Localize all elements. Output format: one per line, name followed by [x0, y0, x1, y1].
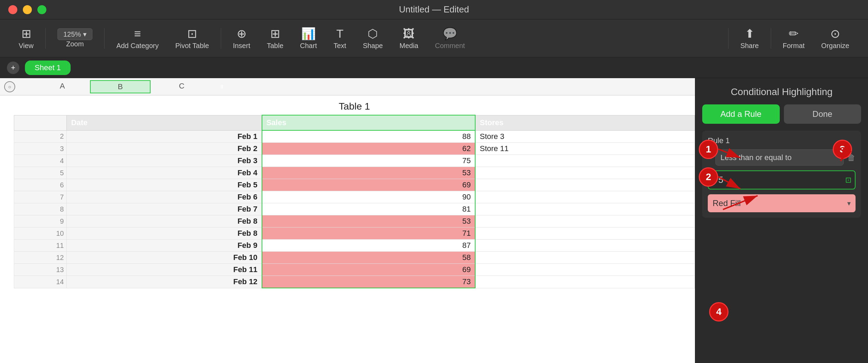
table-container: Table 1 Date Sales Stores 2Feb 188Store …	[0, 95, 695, 363]
sales-cell: 69	[262, 264, 476, 276]
toolbar-text[interactable]: T Text	[325, 19, 355, 57]
row-number: 4	[14, 155, 67, 167]
toolbar-insert[interactable]: ⊕ Insert	[225, 19, 259, 57]
panel-title: Conditional Highlighting	[702, 86, 861, 97]
annotation-circle-4: 4	[709, 302, 729, 322]
right-panel: Conditional Highlighting Add a Rule Done…	[695, 78, 868, 363]
toolbar-chart[interactable]: 📊 Chart	[292, 19, 325, 57]
chevron-down-icon: ▾	[847, 199, 851, 207]
annotation-1: 1	[699, 140, 718, 159]
toolbar-media[interactable]: 🖼 Media	[391, 19, 426, 57]
toolbar-view[interactable]: ⊞ View	[10, 19, 42, 57]
format-icon: ✏	[789, 27, 798, 40]
zoom-button[interactable]: 125% ▾	[57, 28, 92, 40]
table-row: 5Feb 453	[14, 167, 695, 179]
table-row: 6Feb 569	[14, 179, 695, 191]
toolbar-pivot-table[interactable]: ⊡ Pivot Table	[167, 19, 217, 57]
view-label: View	[19, 42, 34, 50]
stores-cell	[475, 167, 695, 179]
toolbar-shape[interactable]: ⬡ Shape	[354, 19, 391, 57]
toolbar-format[interactable]: ✏ Format	[775, 27, 813, 50]
row-number: 3	[14, 143, 67, 155]
sales-cell: 69	[262, 179, 476, 191]
date-cell: Feb 7	[67, 203, 262, 215]
stores-cell	[475, 240, 695, 252]
row-number: 14	[14, 276, 67, 288]
row-number: 7	[14, 191, 67, 203]
text-label: Text	[334, 42, 346, 50]
close-button[interactable]	[8, 5, 17, 14]
toolbar-organize[interactable]: ⊙ Organize	[813, 27, 858, 50]
sheet-bar: + Sheet 1	[0, 57, 868, 78]
media-icon: 🖼	[403, 27, 415, 40]
toolbar-sep-2	[104, 28, 105, 49]
date-cell: Feb 9	[67, 240, 262, 252]
sales-cell: 81	[262, 203, 476, 215]
done-button[interactable]: Done	[784, 104, 861, 124]
toolbar-table[interactable]: ⊞ Table	[259, 19, 292, 57]
annotation-4: 4	[709, 302, 729, 322]
col-b-header: B	[90, 80, 151, 93]
row-number: 8	[14, 203, 67, 215]
add-sheet-button[interactable]: +	[7, 62, 19, 74]
window-title: Untitled — Edited	[399, 4, 469, 15]
sales-cell: 71	[262, 227, 476, 240]
table-row: 2Feb 188Store 3	[14, 130, 695, 143]
format-label: Red Fill	[713, 198, 847, 208]
pivot-table-label: Pivot Table	[175, 42, 209, 50]
table-row: 9Feb 853	[14, 215, 695, 227]
view-icon: ⊞	[21, 27, 31, 40]
organize-label: Organize	[821, 42, 849, 50]
toolbar-sep-5	[771, 28, 771, 49]
spreadsheet[interactable]: ○ A B C ⏸ Table 1 Date Sales Stores	[0, 78, 695, 363]
date-cell: Feb 11	[67, 264, 262, 276]
stores-cell	[475, 227, 695, 240]
maximize-button[interactable]	[37, 5, 46, 14]
toolbar-share[interactable]: ⬆ Share	[732, 27, 767, 50]
stores-cell	[475, 155, 695, 167]
text-icon: T	[336, 27, 344, 40]
toolbar-zoom[interactable]: 125% ▾ Zoom	[49, 19, 101, 57]
stores-cell	[475, 191, 695, 203]
table-row: 13Feb 1169	[14, 264, 695, 276]
chart-label: Chart	[300, 42, 317, 50]
row-number: 13	[14, 264, 67, 276]
toolbar: ⊞ View 125% ▾ Zoom ≡ Add Category ⊡ Pivo…	[0, 19, 868, 57]
sheet-tab-1[interactable]: Sheet 1	[25, 60, 71, 75]
row-number: 10	[14, 227, 67, 240]
table-row: 8Feb 781	[14, 203, 695, 215]
toolbar-comment[interactable]: 💬 Comment	[427, 19, 473, 57]
row-number: 11	[14, 240, 67, 252]
freeze-icon[interactable]: ⏸	[219, 84, 225, 90]
add-category-icon: ≡	[134, 27, 141, 40]
toolbar-sep-4	[728, 28, 729, 49]
sales-cell: 87	[262, 240, 476, 252]
table-row: 4Feb 375	[14, 155, 695, 167]
format-dropdown-row[interactable]: Red Fill ▾	[708, 194, 856, 212]
add-rule-button[interactable]: Add a Rule	[702, 104, 780, 124]
toolbar-add-category[interactable]: ≡ Add Category	[108, 19, 167, 57]
comment-icon: 💬	[443, 27, 457, 40]
date-cell: Feb 10	[67, 252, 262, 264]
condition-dropdown[interactable]: Less than or equal to	[715, 149, 844, 166]
annotation-circle-1: 1	[699, 140, 718, 159]
col-c-header: C	[151, 80, 213, 93]
value-input-row: ⊡	[708, 170, 856, 189]
chart-icon: 📊	[301, 27, 316, 40]
media-label: Media	[399, 42, 418, 50]
row-num-header	[14, 115, 67, 130]
minimize-button[interactable]	[23, 5, 32, 14]
sales-cell: 58	[262, 252, 476, 264]
row-expand-btn[interactable]: ○	[4, 81, 15, 92]
zoom-value: 125%	[63, 30, 81, 38]
date-cell: Feb 4	[67, 167, 262, 179]
value-input[interactable]	[708, 170, 856, 189]
table-row: 14Feb 1273	[14, 276, 695, 288]
date-cell: Feb 12	[67, 276, 262, 288]
add-category-label: Add Category	[116, 42, 159, 50]
stores-cell	[475, 179, 695, 191]
share-label: Share	[740, 42, 759, 50]
stores-cell: Store 11	[475, 143, 695, 155]
annotation-2: 2	[699, 167, 718, 187]
sales-cell: 73	[262, 276, 476, 288]
